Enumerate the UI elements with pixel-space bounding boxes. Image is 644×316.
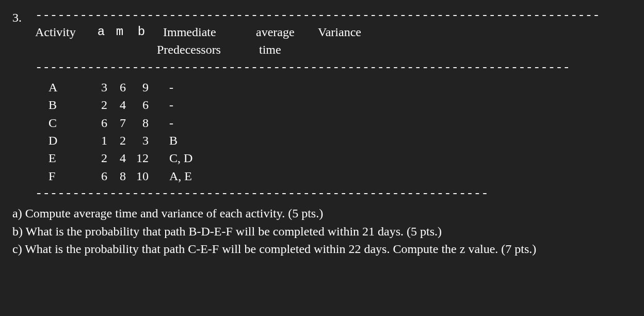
table-row: F 6 8 10 A, E [35, 168, 634, 184]
cell-a: 3 [92, 79, 110, 96]
header-average-2: time [250, 41, 321, 58]
cell-activity: C [35, 115, 92, 131]
table-row: A 3 6 9 - [35, 79, 634, 96]
cell-a: 1 [92, 132, 110, 149]
cell-b: 8 [129, 115, 154, 131]
cell-activity: B [35, 97, 92, 113]
question-a: a) Compute average time and variance of … [12, 205, 634, 222]
cell-pred: - [154, 97, 247, 113]
cell-pred: - [154, 79, 247, 96]
table-header-row-2: Predecessors time [35, 41, 634, 58]
bottom-divider: ----------------------------------------… [35, 187, 634, 200]
cell-activity: F [35, 168, 92, 184]
problem-content: ----------------------------------------… [35, 9, 634, 258]
problem-row: 3. -------------------------------------… [12, 9, 634, 258]
cell-b: 3 [129, 132, 154, 149]
cell-pred: - [154, 115, 247, 131]
header-m: m [110, 24, 129, 40]
cell-m: 4 [110, 150, 129, 166]
cell-m: 4 [110, 97, 129, 113]
header-predecessors-2: Predecessors [154, 41, 250, 58]
table-row: C 6 7 8 - [35, 115, 634, 131]
cell-m: 6 [110, 79, 129, 96]
header-a: a [92, 24, 110, 40]
cell-m: 7 [110, 115, 129, 131]
cell-m: 8 [110, 168, 129, 184]
header-variance: Variance [318, 24, 385, 40]
problem-container: 3. -------------------------------------… [0, 0, 644, 268]
header-activity: Activity [35, 24, 92, 40]
question-c: c) What is the probability that path C-E… [12, 241, 634, 257]
cell-b: 6 [129, 97, 154, 113]
cell-b: 12 [129, 150, 154, 166]
cell-pred: A, E [154, 168, 247, 184]
problem-number: 3. [12, 9, 35, 26]
header-predecessors-1: Immediate [154, 24, 256, 40]
cell-a: 6 [92, 168, 110, 184]
table-row: B 2 4 6 - [35, 97, 634, 113]
table-row: E 2 4 12 C, D [35, 150, 634, 166]
cell-pred: C, D [154, 150, 247, 166]
header-b: b [129, 24, 154, 40]
cell-pred: B [154, 132, 247, 149]
cell-a: 2 [92, 97, 110, 113]
mid-divider: ----------------------------------------… [35, 61, 634, 74]
cell-m: 2 [110, 132, 129, 149]
cell-b: 10 [129, 168, 154, 184]
questions: a) Compute average time and variance of … [12, 205, 634, 257]
cell-b: 9 [129, 79, 154, 96]
table-body: A 3 6 9 - B 2 4 6 - C 6 7 8 [35, 79, 634, 184]
cell-activity: E [35, 150, 92, 166]
cell-a: 6 [92, 115, 110, 131]
cell-activity: D [35, 132, 92, 149]
header-average-1: average [256, 24, 318, 40]
cell-a: 2 [92, 150, 110, 166]
cell-activity: A [35, 79, 92, 96]
table-row: D 1 2 3 B [35, 132, 634, 149]
question-b: b) What is the probability that path B-D… [12, 223, 634, 240]
table-header-row-1: Activity a m b Immediate average Varianc… [35, 24, 634, 40]
top-divider: ----------------------------------------… [35, 9, 634, 22]
